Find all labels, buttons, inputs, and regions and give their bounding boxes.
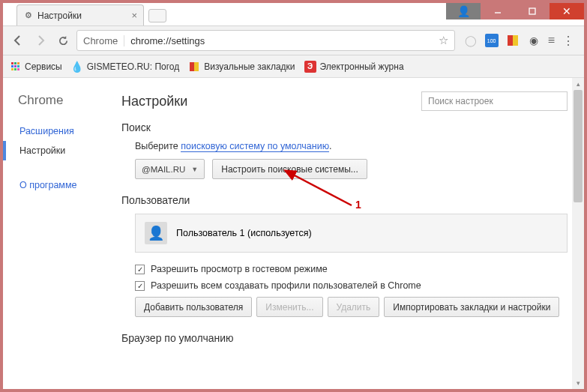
caret-down-icon: ▼	[191, 166, 198, 173]
account-button[interactable]: 👤	[446, 3, 481, 19]
annotation-arrow	[280, 168, 363, 213]
default-browser-heading: Браузер по умолчанию	[121, 332, 568, 344]
browser-tab-settings[interactable]: ⚙ Настройки ×	[16, 4, 144, 25]
checkbox-label: Разрешить всем создавать профили пользов…	[151, 280, 421, 291]
edit-user-button[interactable]: Изменить...	[256, 297, 322, 317]
current-user-box[interactable]: 👤 Пользователь 1 (используется)	[135, 214, 568, 253]
titlebar: ⚙ Настройки × 👤 ✕	[3, 3, 584, 25]
bookmark-visual[interactable]: Визуальные закладки	[188, 61, 295, 73]
search-placeholder: Поиск настроек	[428, 96, 493, 106]
toolbar: Chrome chrome://settings ☆ ◯ 100 ◉ ≡ ⋮	[3, 25, 584, 55]
svg-rect-3	[513, 35, 518, 46]
apps-shortcut[interactable]: Сервисы	[9, 61, 62, 73]
scroll-up-icon[interactable]: ▴	[572, 78, 584, 90]
default-search-link[interactable]: поисковую систему по умолчанию	[181, 141, 329, 152]
apps-label: Сервисы	[25, 61, 62, 72]
svg-rect-2	[508, 35, 513, 46]
forward-button[interactable]	[31, 31, 49, 49]
droplet-icon: 💧	[71, 61, 83, 73]
avatar-icon: 👤	[145, 222, 167, 244]
tab-title: Настройки	[37, 10, 82, 21]
scroll-thumb[interactable]	[574, 90, 583, 202]
shield-icon[interactable]: ◯	[464, 34, 478, 47]
gear-icon: ⚙	[25, 10, 32, 20]
extension-icon-blue[interactable]: 100	[485, 34, 499, 47]
allow-profiles-checkbox-row[interactable]: ✓ Разрешить всем создавать профили польз…	[135, 280, 568, 291]
delete-user-button[interactable]: Удалить	[328, 297, 380, 317]
sidebar-title: Chrome	[18, 93, 115, 108]
search-settings-input[interactable]: Поиск настроек	[421, 91, 568, 111]
minimize-button[interactable]	[481, 3, 515, 19]
bookmark-journal[interactable]: Э Электронный журна	[304, 61, 404, 73]
bookmark-label: Визуальные закладки	[204, 61, 295, 72]
flag-icon	[188, 61, 200, 73]
checkbox-checked-icon: ✓	[135, 281, 145, 291]
content-area: Chrome Расширения Настройки О программе …	[3, 78, 584, 389]
chrome-window: ⚙ Настройки × 👤 ✕ Chrome chrome://settin…	[3, 3, 584, 389]
annotation-label: 1	[355, 199, 361, 211]
overflow-menu-icon[interactable]: ⋮	[562, 34, 574, 48]
bookmarks-bar: Сервисы 💧 GISMETEO.RU: Погод Визуальные …	[3, 55, 584, 78]
sidebar-item-settings[interactable]: Настройки	[3, 141, 115, 160]
search-subtitle: Выберите поисковую систему по умолчанию.	[135, 141, 568, 151]
search-section-heading: Поиск	[121, 121, 568, 133]
search-engine-dropdown[interactable]: @MAIL.RU ▼	[135, 159, 205, 179]
page-title: Настройки	[121, 94, 187, 109]
svg-rect-1	[529, 8, 535, 14]
svg-line-6	[292, 174, 352, 205]
bookmark-gismeteo[interactable]: 💧 GISMETEO.RU: Погод	[71, 61, 180, 73]
import-bookmarks-button[interactable]: Импортировать закладки и настройки	[384, 297, 559, 317]
sidebar-item-extensions[interactable]: Расширения	[18, 121, 115, 141]
checkbox-checked-icon: ✓	[135, 265, 145, 274]
omnibox-origin: Chrome	[83, 35, 124, 46]
dropdown-value: @MAIL.RU	[142, 165, 185, 174]
bookmark-star-icon[interactable]: ☆	[439, 34, 448, 47]
tab-close-icon[interactable]: ×	[131, 10, 137, 21]
hamburger-menu-icon[interactable]: ≡	[548, 34, 555, 47]
extension-icon-flag[interactable]	[506, 34, 520, 47]
journal-icon: Э	[304, 61, 316, 73]
svg-rect-4	[190, 62, 194, 71]
back-button[interactable]	[9, 31, 27, 49]
extension-icon-shield[interactable]: ◉	[527, 34, 541, 47]
extension-icons: ◯ 100 ◉ ≡ ⋮	[460, 34, 578, 48]
current-user-label: Пользователь 1 (используется)	[176, 228, 312, 238]
omnibox[interactable]: Chrome chrome://settings ☆	[76, 30, 455, 51]
default-browser-section: Браузер по умолчанию	[121, 332, 568, 344]
maximize-button[interactable]	[515, 3, 550, 19]
sidebar-item-about[interactable]: О программе	[18, 175, 115, 195]
settings-sidebar: Chrome Расширения Настройки О программе	[3, 78, 115, 389]
close-window-button[interactable]: ✕	[550, 3, 584, 19]
new-tab-button[interactable]	[148, 9, 166, 22]
settings-main: Настройки Поиск настроек Поиск Выберите …	[115, 78, 584, 389]
apps-grid-icon	[11, 62, 19, 70]
omnibox-url: chrome://settings	[130, 35, 438, 46]
bookmark-label: Электронный журна	[320, 61, 404, 72]
guest-mode-checkbox-row[interactable]: ✓ Разрешить просмотр в гостевом режиме	[135, 264, 568, 274]
add-user-button[interactable]: Добавить пользователя	[135, 297, 252, 317]
window-controls: 👤 ✕	[446, 3, 584, 19]
checkbox-label: Разрешить просмотр в гостевом режиме	[151, 264, 328, 274]
bookmark-label: GISMETEO.RU: Погод	[87, 61, 180, 72]
scroll-down-icon[interactable]: ▾	[572, 377, 584, 389]
scrollbar[interactable]: ▴ ▾	[572, 78, 584, 389]
svg-rect-5	[194, 62, 199, 71]
reload-button[interactable]	[54, 31, 72, 49]
